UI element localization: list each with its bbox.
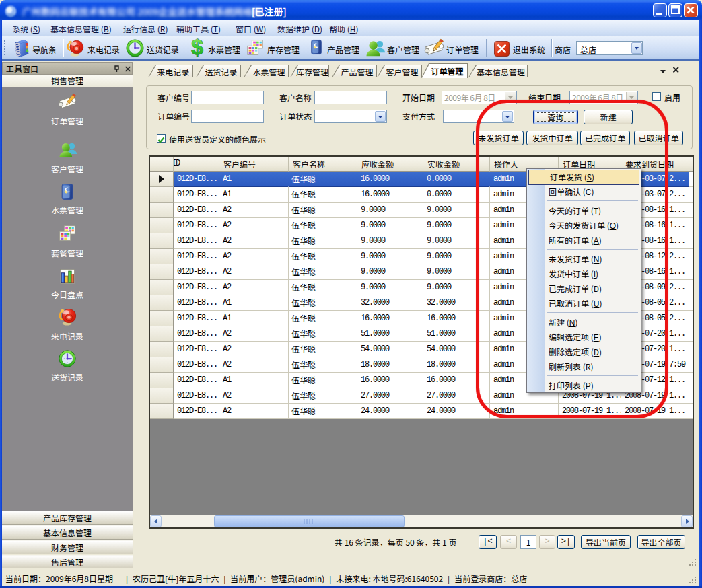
svg-text:$: $ [191, 38, 203, 58]
